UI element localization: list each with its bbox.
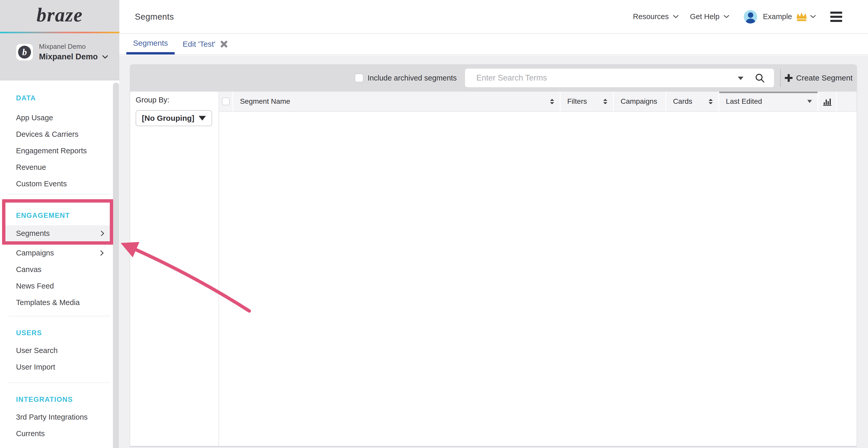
sidebar-item-news-feed[interactable]: News Feed	[0, 278, 114, 294]
sidebar-item-segments[interactable]: Segments	[5, 225, 110, 241]
resources-label: Resources	[633, 12, 669, 21]
chevron-down-icon	[723, 15, 729, 18]
chevron-down-icon	[673, 15, 679, 18]
search-dropdown-caret-icon[interactable]	[738, 77, 743, 80]
tab-label: Segments	[133, 39, 168, 47]
user-name: Example	[763, 12, 792, 21]
workspace-text: Mixpanel Demo Mixpanel Demo	[39, 43, 108, 61]
annotation-highlight-box: ENGAGEMENT Segments	[2, 199, 113, 245]
sort-icon[interactable]	[709, 99, 713, 104]
sidebar-item-3rd-party-integrations[interactable]: 3rd Party Integrations	[0, 409, 114, 425]
workspace-company-name: Mixpanel Demo	[39, 43, 108, 50]
create-segment-button[interactable]: Create Segment	[781, 64, 857, 92]
sidebar-item-canvas[interactable]: Canvas	[0, 261, 114, 278]
column-label: Last Edited	[726, 97, 762, 106]
select-caret-icon	[199, 116, 206, 120]
sidebar-item-label: User Import	[16, 363, 55, 371]
sidebar-item-campaigns[interactable]: Campaigns	[0, 245, 114, 261]
sidebar-item-revenue[interactable]: Revenue	[0, 159, 114, 175]
table-body-empty	[219, 112, 857, 446]
sort-desc-icon[interactable]	[807, 100, 812, 103]
sidebar-heading-integrations: INTEGRATIONS	[0, 394, 114, 405]
user-avatar[interactable]	[744, 10, 757, 24]
sort-icon[interactable]	[550, 99, 554, 104]
column-label: Segment Name	[240, 97, 290, 106]
workspace-selector[interactable]: b Mixpanel Demo Mixpanel Demo	[16, 43, 108, 61]
chevron-right-icon	[98, 250, 103, 256]
segments-panel: Include archived segments Create Segment	[130, 64, 857, 447]
get-help-label: Get Help	[690, 12, 719, 21]
top-bar: Segments Resources Get Help Example	[119, 0, 868, 34]
sort-icon[interactable]	[603, 99, 607, 104]
chevron-down-icon	[102, 55, 108, 59]
sidebar-item-templates-media[interactable]: Templates & Media	[0, 294, 114, 311]
sidebar-item-user-search[interactable]: User Search	[0, 342, 114, 359]
search-box	[465, 69, 774, 87]
sidebar-item-currents[interactable]: Currents	[0, 425, 114, 442]
tab-segments[interactable]: Segments	[126, 34, 175, 55]
chevron-right-icon	[99, 231, 104, 236]
content-background: Include archived segments Create Segment	[119, 56, 868, 448]
sidebar-item-engagement-reports[interactable]: Engagement Reports	[0, 142, 114, 159]
sidebar-heading-data: DATA	[0, 93, 114, 103]
group-by-select[interactable]: [No Grouping]	[135, 110, 212, 126]
sidebar-item-label: Templates & Media	[16, 298, 80, 307]
select-all-checkbox[interactable]	[222, 98, 230, 105]
page-title: Segments	[135, 12, 174, 22]
tab-label: Edit 'Test'	[183, 40, 215, 48]
column-label: Campaigns	[621, 97, 657, 106]
sidebar-item-label: 3rd Party Integrations	[16, 413, 88, 421]
plus-icon	[785, 74, 793, 82]
braze-logo[interactable]: braze	[0, 4, 119, 26]
column-label: Filters	[567, 97, 587, 106]
sidebar-item-user-import[interactable]: User Import	[0, 359, 114, 375]
group-by-label: Group By:	[135, 95, 219, 105]
group-by-pane: Group By: [No Grouping]	[130, 92, 219, 446]
chevron-down-icon[interactable]	[810, 15, 816, 18]
workspace-app-group-name: Mixpanel Demo	[39, 52, 98, 61]
get-help-menu[interactable]: Get Help	[690, 12, 729, 21]
main-area: Segments Resources Get Help Example	[119, 0, 868, 448]
top-bar-right: Resources Get Help Example	[633, 10, 842, 24]
sidebar-divider	[8, 316, 110, 316]
braze-dashboard: braze b Mixpanel Demo Mixpanel Demo DATA…	[0, 0, 868, 448]
hamburger-menu-icon[interactable]	[830, 12, 842, 22]
sidebar-item-devices-carriers[interactable]: Devices & Carriers	[0, 126, 114, 142]
include-archived-checkbox[interactable]	[355, 74, 364, 82]
sidebar-item-label: Revenue	[16, 163, 46, 171]
column-label: Cards	[673, 97, 692, 106]
column-header-last-edited[interactable]: Last Edited	[718, 92, 817, 111]
column-header-analytics[interactable]	[817, 92, 836, 111]
sidebar-heading-engagement: ENGAGEMENT	[5, 210, 110, 221]
column-header-segment-name[interactable]: Segment Name	[232, 92, 560, 111]
tab-edit-test[interactable]: Edit 'Test'	[183, 34, 228, 55]
group-by-value: [No Grouping]	[142, 114, 194, 123]
search-icon[interactable]	[754, 72, 765, 83]
sidebar-item-label: Segments	[16, 229, 50, 237]
sidebar-item-custom-events[interactable]: Custom Events	[0, 175, 114, 192]
column-header-empty	[836, 92, 857, 111]
sidebar: braze b Mixpanel Demo Mixpanel Demo DATA…	[0, 0, 119, 448]
close-tab-icon[interactable]	[220, 40, 228, 48]
sidebar-item-app-usage[interactable]: App Usage	[0, 109, 114, 126]
include-archived-control: Include archived segments	[355, 74, 457, 82]
column-header-cards[interactable]: Cards	[665, 92, 718, 111]
resources-menu[interactable]: Resources	[633, 12, 679, 21]
column-header-campaigns[interactable]: Campaigns	[613, 92, 665, 111]
sidebar-item-label: Currents	[16, 429, 45, 438]
segments-table: Segment Name Filters Campaigns	[219, 92, 857, 446]
sidebar-item-label: App Usage	[16, 113, 53, 122]
bar-chart-icon	[822, 97, 832, 106]
sidebar-scrollbar[interactable]	[113, 82, 119, 448]
workspace-logo-letter: b	[18, 46, 31, 59]
table-header-row: Segment Name Filters Campaigns	[219, 92, 857, 112]
panel-lower: Group By: [No Grouping] Segment	[130, 92, 857, 446]
select-all-cell	[219, 92, 232, 111]
column-header-filters[interactable]: Filters	[560, 92, 613, 111]
tab-bar: Segments Edit 'Test'	[119, 34, 868, 55]
sidebar-item-label: User Search	[16, 346, 58, 354]
sidebar-item-label: Campaigns	[16, 249, 54, 257]
create-segment-label: Create Segment	[796, 74, 852, 82]
sidebar-header: braze b Mixpanel Demo Mixpanel Demo	[0, 0, 119, 80]
search-input[interactable]	[465, 69, 774, 87]
